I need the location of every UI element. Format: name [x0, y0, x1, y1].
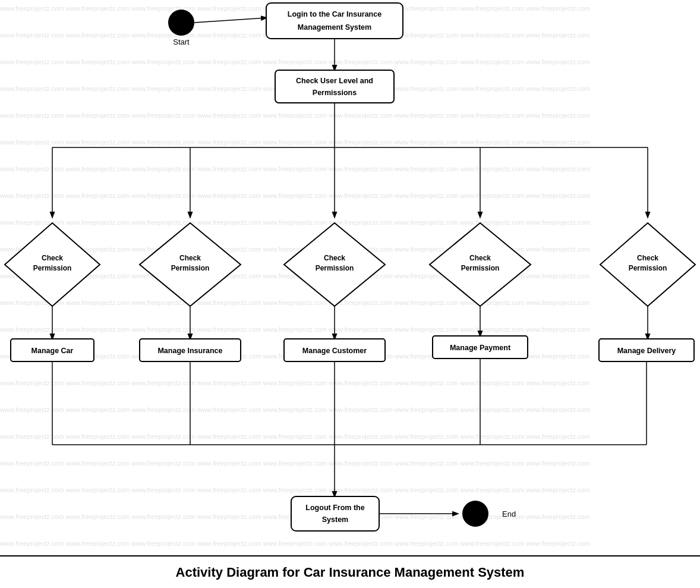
svg-text:www.freeprojectz.com    www.fr: www.freeprojectz.com www.freeprojectz.co… — [0, 192, 590, 199]
logout-text2: System — [322, 515, 348, 524]
svg-text:www.freeprojectz.com    www.fr: www.freeprojectz.com www.freeprojectz.co… — [0, 460, 590, 467]
diamond1-text2: Permission — [33, 264, 72, 272]
diamond3-text1: Check — [324, 254, 345, 262]
activity-diagram: www.freeprojectz.com www.freeprojectz.co… — [0, 0, 700, 555]
manage-insurance-text: Manage Insurance — [157, 347, 222, 355]
svg-text:www.freeprojectz.com    www.fr: www.freeprojectz.com www.freeprojectz.co… — [0, 165, 590, 172]
diamond5-text2: Permission — [629, 264, 667, 272]
svg-text:www.freeprojectz.com    www.fr: www.freeprojectz.com www.freeprojectz.co… — [0, 58, 590, 65]
start-label: Start — [173, 37, 190, 46]
title-bar: Activity Diagram for Car Insurance Manag… — [0, 555, 700, 588]
svg-text:www.freeprojectz.com    www.fr: www.freeprojectz.com www.freeprojectz.co… — [0, 139, 590, 146]
end-circle — [462, 501, 488, 527]
diamond2-text1: Check — [179, 254, 201, 262]
login-text-line1: Login to the Car Insurance — [288, 10, 381, 18]
diamond3-text2: Permission — [316, 264, 354, 272]
svg-text:www.freeprojectz.com    www.fr: www.freeprojectz.com www.freeprojectz.co… — [0, 486, 590, 493]
login-text-line2: Management System — [298, 23, 371, 32]
check-user-level-box — [275, 70, 394, 103]
manage-payment-text: Manage Payment — [450, 344, 511, 352]
diagram-title: Activity Diagram for Car Insurance Manag… — [176, 565, 525, 580]
diamond2-text2: Permission — [171, 264, 210, 272]
arrow-start-login — [194, 18, 266, 23]
svg-text:www.freeprojectz.com    www.fr: www.freeprojectz.com www.freeprojectz.co… — [0, 219, 590, 226]
svg-text:www.freeprojectz.com    www.fr: www.freeprojectz.com www.freeprojectz.co… — [0, 406, 590, 413]
diamond5-text1: Check — [637, 254, 658, 262]
svg-text:www.freeprojectz.com    www.fr: www.freeprojectz.com www.freeprojectz.co… — [0, 112, 590, 119]
svg-text:www.freeprojectz.com    www.fr: www.freeprojectz.com www.freeprojectz.co… — [0, 326, 590, 333]
diamond4-text2: Permission — [461, 264, 500, 272]
svg-text:www.freeprojectz.com    www.fr: www.freeprojectz.com www.freeprojectz.co… — [0, 299, 590, 306]
manage-car-text: Manage Car — [31, 347, 74, 355]
svg-text:www.freeprojectz.com    www.fr: www.freeprojectz.com www.freeprojectz.co… — [0, 379, 590, 386]
logout-box — [291, 496, 379, 531]
diagram-container: www.freeprojectz.com www.freeprojectz.co… — [0, 0, 700, 588]
check-user-text1: Check User Level and — [296, 77, 373, 85]
start-circle — [168, 10, 194, 36]
login-box — [266, 3, 403, 39]
diamond1-text1: Check — [42, 254, 63, 262]
svg-text:www.freeprojectz.com    www.fr: www.freeprojectz.com www.freeprojectz.co… — [0, 540, 590, 547]
manage-delivery-text: Manage Delivery — [617, 347, 676, 355]
diamond4-text1: Check — [469, 254, 491, 262]
manage-customer-text: Manage Customer — [302, 347, 367, 355]
svg-text:www.freeprojectz.com    www.fr: www.freeprojectz.com www.freeprojectz.co… — [0, 433, 590, 440]
check-user-text2: Permissions — [313, 89, 357, 97]
logout-text1: Logout From the — [305, 504, 364, 512]
end-label: End — [502, 510, 516, 518]
